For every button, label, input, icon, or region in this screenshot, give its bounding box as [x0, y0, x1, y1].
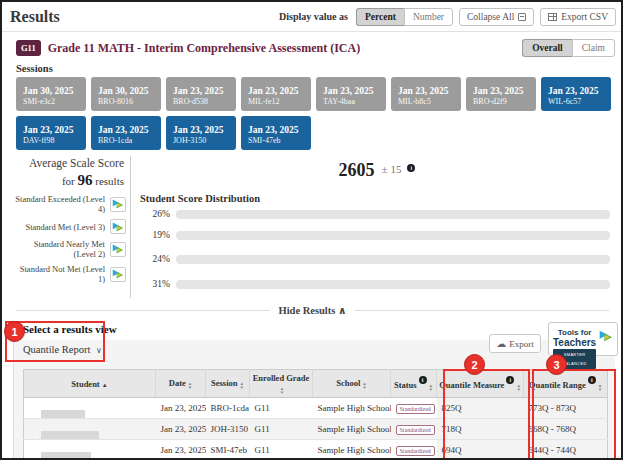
session-chip[interactable]: Jan 23, 2025 MIL-fe12 [241, 77, 311, 111]
table-row: ⋮ Jan 23, 2025 JOH-3150 G11 Sample High … [24, 419, 608, 440]
session-date: Jan 23, 2025 [173, 85, 236, 97]
sort-icon: ▲▼ [240, 382, 244, 390]
session-date: Jan 23, 2025 [23, 124, 86, 136]
cell-session: SMI-47eb [206, 440, 250, 460]
annotation-number-3: 3 [546, 354, 567, 375]
column-header-session[interactable]: Session▲▼ [206, 370, 250, 398]
column-header-school[interactable]: School▲▼ [313, 370, 391, 398]
tools-for-teachers-icon[interactable] [110, 267, 126, 282]
hide-results-row: Hide Results ∧ [16, 304, 609, 316]
column-header-quantile-measure[interactable]: Quantile Measure▲▼ [437, 370, 524, 398]
average-score-value: 2605 ± 15 [272, 160, 482, 181]
score-distribution-chart: 26% 19% 24% 31% [142, 209, 610, 289]
session-code: BRO-1cda [98, 136, 161, 146]
tools-for-teachers-badge[interactable]: Tools for Teachers SMARTER BALANCED [548, 322, 618, 356]
score-error-margin: ± 15 [382, 163, 402, 175]
display-mode-toggle: Percent Number [356, 8, 453, 26]
cell-quantile-measure: 694Q [437, 440, 524, 460]
session-code: BRO-d538 [173, 97, 236, 107]
average-scale-score-label: Average Scale Score [2, 157, 124, 169]
bar-track [176, 210, 610, 219]
collapse-all-button[interactable]: Collapse All [459, 8, 534, 26]
kebab-menu-icon[interactable]: ⋮ [32, 409, 41, 419]
cloud-download-icon: ☁ [496, 339, 506, 348]
session-code: BRO-8016 [98, 97, 161, 107]
results-count: 96 [78, 172, 93, 188]
export-csv-button[interactable]: Export CSV [540, 8, 616, 26]
tools-for-teachers-icon[interactable] [110, 197, 126, 212]
session-chip[interactable]: Jan 30, 2025 BRO-8016 [91, 77, 161, 111]
sort-icon: ▲▼ [280, 387, 284, 395]
column-header-enrolled-grade[interactable]: Enrolled Grade▲▼ [250, 370, 313, 398]
tools-for-teachers-icon[interactable] [110, 242, 126, 257]
session-code: SMI-47eb [248, 136, 311, 146]
collapse-all-label: Collapse All [467, 12, 514, 22]
chevron-down-icon: ∨ [96, 346, 102, 355]
sort-icon: ▲▼ [188, 382, 192, 390]
session-chip[interactable]: Jan 23, 2025 MIL-b8c5 [391, 77, 461, 111]
cell-enrolled-grade: G11 [250, 398, 313, 419]
display-value-as-label: Display value as [279, 11, 348, 22]
session-code: WIL-6c57 [548, 97, 611, 107]
cell-quantile-measure: 718Q [437, 419, 524, 440]
session-date: Jan 23, 2025 [98, 124, 161, 136]
session-date: Jan 23, 2025 [473, 85, 536, 97]
cell-school: Sample High School [313, 419, 391, 440]
column-header-quantile-range[interactable]: Quantile Range▲▼ [524, 370, 608, 398]
session-chip[interactable]: Jan 23, 2025 WIL-6c57 [541, 77, 611, 111]
assessment-title: Grade 11 MATH - Interim Comprehensive As… [48, 41, 523, 56]
level-label: Standard Met (Level 3) [13, 222, 105, 232]
page-title: Results [10, 8, 60, 26]
column-header-date[interactable]: Date▲▼ [156, 370, 206, 398]
export-csv-label: Export CSV [561, 12, 608, 22]
cell-session: BRO-1cda [206, 398, 250, 419]
percent-toggle-button[interactable]: Percent [356, 8, 404, 26]
results-count-line: for 96 results [2, 172, 124, 189]
overall-claim-toggle: Overall Claim [522, 39, 615, 57]
hide-results-link[interactable]: Hide Results ∧ [278, 304, 346, 316]
info-icon[interactable] [407, 164, 415, 172]
column-header-student[interactable]: Student▲ [24, 370, 156, 398]
cell-quantile-range: 644Q - 744Q [524, 440, 608, 460]
session-code: DAV-ff98 [23, 136, 86, 146]
session-date: Jan 23, 2025 [398, 85, 461, 97]
status-badge: Standardized [396, 404, 435, 414]
status-badge: Standardized [396, 425, 435, 435]
sort-icon: ▲▼ [362, 382, 366, 390]
session-chip[interactable]: Jan 23, 2025 TAY-4baa [316, 77, 386, 111]
tools-for-teachers-icon[interactable] [110, 219, 126, 234]
export-button[interactable]: ☁ Export [489, 334, 541, 353]
session-date: Jan 23, 2025 [248, 85, 311, 97]
number-toggle-button[interactable]: Number [404, 8, 453, 26]
session-date: Jan 23, 2025 [173, 124, 236, 136]
column-header-status[interactable]: Status▲▼ [391, 370, 437, 398]
session-code: MIL-b8c5 [398, 97, 461, 107]
bar-percent-label: 24% [142, 254, 170, 264]
results-view-dropdown[interactable]: Quantile Report ∨ [23, 344, 102, 355]
overall-toggle-button[interactable]: Overall [522, 39, 572, 57]
claim-toggle-button[interactable]: Claim [572, 39, 615, 57]
session-chip[interactable]: Jan 23, 2025 DAV-ff98 [16, 116, 86, 150]
results-view-panel: Select a results view Quantile Report ∨ … [13, 320, 615, 458]
kebab-menu-icon[interactable]: ⋮ [32, 451, 41, 460]
session-chip[interactable]: Jan 23, 2025 BRO-d2f9 [466, 77, 536, 111]
redaction-block [41, 452, 91, 460]
sessions-label: Sessions [16, 63, 53, 74]
session-chip[interactable]: Jan 23, 2025 BRO-d538 [166, 77, 236, 111]
bar-percent-label: 31% [142, 279, 170, 289]
distribution-bar-row: 31% [142, 279, 610, 289]
table-header-row: Student▲ Date▲▼ Session▲▼ Enrolled Grade… [24, 370, 608, 398]
session-chip[interactable]: Jan 23, 2025 JOH-3150 [166, 116, 236, 150]
info-icon[interactable] [419, 376, 427, 384]
cell-session: JOH-3150 [206, 419, 250, 440]
distribution-title: Student Score Distribution [140, 193, 260, 204]
session-chip[interactable]: Jan 23, 2025 SMI-47eb [241, 116, 311, 150]
cell-date: Jan 23, 2025 [156, 419, 206, 440]
kebab-menu-icon[interactable]: ⋮ [32, 430, 41, 440]
info-icon[interactable] [506, 376, 514, 384]
annotation-number-1: 1 [4, 321, 25, 342]
session-chip[interactable]: Jan 30, 2025 SMI-e3c2 [16, 77, 86, 111]
info-icon[interactable] [588, 376, 596, 384]
session-chip[interactable]: Jan 23, 2025 BRO-1cda [91, 116, 161, 150]
cell-school: Sample High School [313, 440, 391, 460]
